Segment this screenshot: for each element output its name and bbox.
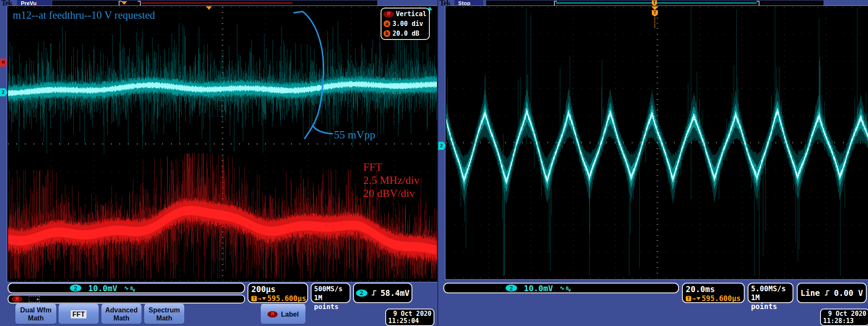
- fft-scale-annotation: FFT 2.5 MHz/div 20 dBV/div: [363, 160, 420, 200]
- sample-rate: 500MS/s: [314, 284, 347, 293]
- trigger-position-icon: [651, 6, 658, 10]
- knob-a-badge: a: [384, 20, 390, 27]
- left-graticule-display: [8, 7, 437, 281]
- right-oscilloscope: Tek Stop T T 2 2 10.0mV ∿ BW: [437, 0, 868, 326]
- left-oscilloscope: Tek PreVu M 2 m12--at feedthru--10 V req…: [0, 0, 437, 326]
- timebase-readout: 20.0ms T → 595.600µs: [682, 283, 745, 303]
- trigger-position-icon: [206, 6, 212, 10]
- timebase-scale: 200µs: [251, 284, 304, 294]
- sample-rate: 5.00MS/s: [751, 284, 790, 293]
- math-position-tick-icon: [36, 298, 39, 300]
- trigger-badge: T: [686, 296, 691, 301]
- vertical-menu-title-row: M Vertical: [384, 10, 427, 18]
- vertical-menu-item-a[interactable]: a 3.00 div: [384, 20, 427, 28]
- vertical-menu-item-b[interactable]: b 20.0 dB: [384, 30, 427, 37]
- trigger-level: 58.4mV: [381, 288, 410, 298]
- trigger-level: 0.00 V: [834, 288, 863, 298]
- channel2-badge: 2: [70, 284, 81, 292]
- right-graticule-display: [446, 7, 868, 278]
- rising-edge-icon: [824, 289, 830, 296]
- delay-value: 595.600µs: [701, 294, 740, 303]
- trigger-position-line: [654, 17, 655, 28]
- date: 9 Oct 2020: [823, 310, 866, 318]
- channel2-badge: 2: [506, 284, 517, 292]
- trigger-source: Line: [801, 288, 820, 298]
- channel2-scale: 10.0mV: [88, 284, 117, 293]
- datetime-display: 9 Oct 2020 11:28:13: [820, 309, 868, 326]
- acquisition-readout: 500MS/s 1M points: [311, 283, 351, 303]
- math-record-extent-line: [141, 3, 292, 3]
- bandwidth-limit-icon: BW: [566, 284, 571, 292]
- dual-scope-screenshot: Tek PreVu M 2 m12--at feedthru--10 V req…: [0, 0, 868, 326]
- trigger-readout: Line 0.00 V: [797, 283, 867, 303]
- rising-edge-icon: [371, 289, 377, 296]
- label-button[interactable]: M Label: [260, 304, 306, 324]
- menu-title: Vertical: [396, 10, 426, 18]
- time: 11:28:13: [823, 318, 866, 325]
- right-screen: [445, 6, 868, 280]
- menu-button-spectrum-math[interactable]: Spectrum Math: [144, 304, 185, 324]
- datetime-display: 9 Oct 2020 11:25:04: [385, 309, 434, 326]
- trigger-source-badge: 2: [356, 289, 367, 297]
- math-badge: M: [12, 296, 22, 302]
- arrow-icon: →: [258, 295, 261, 302]
- date: 9 Oct 2020: [388, 310, 431, 318]
- acquisition-readout: 5.00MS/s 1M points: [748, 283, 793, 303]
- ac-coupling-icon: ∿: [560, 285, 565, 291]
- math-badge: M: [384, 11, 394, 17]
- timebase-scale: 20.0ms: [686, 284, 741, 294]
- knob-b-badge: b: [384, 30, 390, 37]
- channel2-scale: 10.0mV: [524, 284, 553, 293]
- menu-button-fft[interactable]: FFT: [58, 304, 99, 324]
- timebase-readout: 200µs T → 595.600µs: [248, 283, 308, 303]
- math-badge: M: [267, 311, 278, 318]
- trigger-badge: T: [251, 296, 257, 301]
- arrow-icon: →: [692, 295, 696, 302]
- channel2-readout: 2 10.0mV ∿ BW: [443, 283, 679, 293]
- menu-button-dual-wfm-math[interactable]: Dual Wfm Math: [15, 304, 57, 324]
- expansion-point-icon: [121, 1, 127, 5]
- ac-coupling-icon: ∿: [124, 285, 129, 291]
- vertical-menu[interactable]: M Vertical a 3.00 div b 20.0 dB: [381, 8, 430, 40]
- peak-to-peak-annotation: 55 mVpp: [334, 129, 376, 141]
- peak-to-peak-bracket-annotation: [285, 10, 337, 139]
- left-screen: [7, 6, 438, 282]
- record-length: 1M points: [314, 293, 347, 311]
- bandwidth-limit-icon: BW: [131, 284, 135, 292]
- trigger-readout: 2 58.4mV: [353, 283, 412, 303]
- menu-button-advanced-math[interactable]: Advanced Math: [101, 304, 142, 324]
- time: 11:25:04: [388, 318, 431, 325]
- user-annotation-title: m12--at feedthru--10 V requested: [13, 9, 155, 21]
- delay-marker-icon: [262, 297, 266, 300]
- math-readout: M: [8, 295, 245, 304]
- channel2-readout: 2 10.0mV ∿ BW: [8, 283, 245, 293]
- delay-marker-icon: [696, 297, 701, 300]
- delay-readout: T → 595.600µs: [686, 294, 741, 303]
- delay-readout: T → 595.600µs: [251, 294, 304, 303]
- record-length: 1M points: [751, 293, 790, 311]
- delay-value: 595.600µs: [267, 294, 306, 303]
